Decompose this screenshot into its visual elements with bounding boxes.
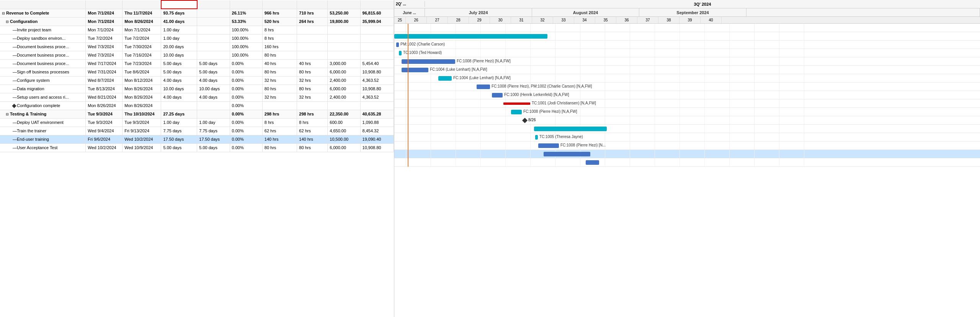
table-row[interactable]: —Data migrationTue 8/13/2024Mon 8/26/202… [0, 85, 394, 93]
col-header-start[interactable] [86, 0, 122, 9]
task-finish: Tue 7/16/2024 [122, 51, 161, 59]
month-august: August 2024 [532, 8, 639, 17]
task-remaining-duration: 7.75 days [197, 127, 230, 135]
table-row[interactable]: ⊟ConfigurationMon 7/1/2024Mon 8/26/20244… [0, 17, 394, 26]
gantt-quarter-row: 2Q' ... 3Q' 2024 [394, 0, 980, 8]
task-sales: 1,090.88 [360, 118, 394, 127]
task-pct: 0.00% [230, 143, 262, 152]
table-row[interactable]: —Invite project teamMon 7/1/2024Mon 7/1/… [0, 26, 394, 34]
task-start: Tue 9/3/2024 [86, 118, 122, 127]
task-remaining-work [297, 26, 328, 34]
col-header-title[interactable] [0, 0, 86, 9]
task-cost: 3,000.00 [328, 59, 360, 68]
task-remaining-work: 62 hrs [297, 127, 328, 135]
today-indicator [408, 24, 408, 167]
table-row[interactable]: ⊟Testing & TrainingTue 9/3/2024Thu 10/10… [0, 110, 394, 118]
table-row[interactable]: —Sign off business processesWed 7/31/202… [0, 68, 394, 76]
task-cost: 6,000.00 [328, 143, 360, 152]
gantt-body: PM:1002 (Charlie Carson)TC:1003 (Ted How… [394, 24, 980, 167]
task-duration: 1.00 day [161, 118, 197, 127]
task-sales: 4,363.52 [360, 93, 394, 101]
col-header-finish[interactable] [122, 0, 161, 9]
task-cost: 6,000.00 [328, 68, 360, 76]
gantt-bar [503, 102, 530, 105]
task-start: Mon 7/1/2024 [86, 26, 122, 34]
gantt-bar [586, 160, 599, 165]
table-row[interactable]: —Document business proce...Wed 7/3/2024T… [0, 42, 394, 51]
col-header-pct-completed[interactable] [230, 0, 262, 9]
task-sales [360, 26, 394, 34]
task-title: —Data migration [0, 85, 86, 93]
task-remaining-duration [197, 26, 230, 34]
task-pct: 0.00% [230, 76, 262, 85]
task-remaining-work: 40 hrs [297, 59, 328, 68]
task-sales [360, 42, 394, 51]
col-header-remaining-work[interactable] [297, 0, 328, 9]
task-remaining-work: 298 hrs [297, 110, 328, 118]
task-duration: 10.00 days [161, 51, 197, 59]
week-num: 27 [427, 17, 448, 23]
task-title: —Sign off business processes [0, 68, 86, 76]
task-remaining-duration: 4.00 days [197, 93, 230, 101]
task-finish: Wed 10/9/2024 [122, 143, 161, 152]
task-title: —Setup users and access ri... [0, 93, 86, 101]
gantt-row: PM:1002 (Charlie Carson) [394, 41, 980, 49]
task-title: —User Acceptance Test [0, 143, 86, 152]
col-header-sales-amount[interactable] [360, 0, 394, 9]
task-title: ⊟Revenue to Complete [0, 9, 86, 17]
task-sales: 5,454.40 [360, 59, 394, 68]
col-header-remaining-duration[interactable] [197, 0, 230, 9]
task-remaining-work: 8 hrs [297, 118, 328, 127]
task-remaining-duration: 1.00 day [197, 118, 230, 127]
task-sales: 19,090.40 [360, 135, 394, 143]
table-row[interactable]: —Configure systemWed 8/7/2024Mon 8/12/20… [0, 76, 394, 85]
task-pct: 0.00% [230, 118, 262, 127]
gantt-row [394, 125, 980, 133]
task-title: —Train the trainer [0, 127, 86, 135]
task-start: Mon 7/1/2024 [86, 17, 122, 26]
table-row[interactable]: —End-user trainingFri 9/6/2024Wed 10/2/2… [0, 135, 394, 143]
task-sales [360, 34, 394, 42]
table-row[interactable]: —User Acceptance TestWed 10/2/2024Wed 10… [0, 143, 394, 152]
week-num: 33 [553, 17, 574, 23]
task-duration: 10.00 days [161, 85, 197, 93]
task-remaining-work: 80 hrs [297, 143, 328, 152]
task-work-estimate: 140 hrs [262, 135, 297, 143]
table-row[interactable]: ⊟Revenue to CompleteMon 7/1/2024Thu 11/7… [0, 9, 394, 17]
col-header-cost-amount[interactable] [328, 0, 360, 9]
task-pct: 100.00% [230, 34, 262, 42]
table-row[interactable]: —Deploy UAT environmentTue 9/3/2024Tue 9… [0, 118, 394, 127]
month-june: June ... [394, 8, 425, 17]
col-header-work-estimate[interactable] [262, 0, 297, 9]
table-row[interactable]: —Document business proce...Wed 7/17/2024… [0, 59, 394, 68]
task-pct: 0.00% [230, 101, 262, 110]
task-remaining-duration [197, 51, 230, 59]
task-cost: 2,400.00 [328, 93, 360, 101]
quarter-2q-label: 2Q' ... [394, 1, 425, 7]
gantt-row [394, 150, 980, 158]
col-header-duration[interactable] [161, 0, 197, 9]
table-row[interactable]: Configuration completeMon 8/26/2024Mon 8… [0, 101, 394, 110]
task-finish: Tue 7/30/2024 [122, 42, 161, 51]
week-num: 28 [448, 17, 469, 23]
task-sales [360, 51, 394, 59]
gantt-chart: 2Q' ... 3Q' 2024 June ... July 2024 Augu… [394, 0, 980, 317]
table-row[interactable]: —Train the trainerWed 9/4/2024Fri 9/13/2… [0, 127, 394, 135]
table-row[interactable]: —Deploy sandbox environ...Tue 7/2/2024Tu… [0, 34, 394, 42]
task-cost [328, 26, 360, 34]
gantt-row: 8/26 [394, 116, 980, 125]
task-title: —Deploy UAT environment [0, 118, 86, 127]
task-work-estimate: 160 hrs [262, 42, 297, 51]
task-work-estimate: 80 hrs [262, 51, 297, 59]
month-more [746, 8, 980, 17]
week-num: 29 [469, 17, 490, 23]
task-work-estimate: 80 hrs [262, 68, 297, 76]
task-title: —Deploy sandbox environ... [0, 34, 86, 42]
table-row[interactable]: —Document business proce...Wed 7/3/2024T… [0, 51, 394, 59]
gantt-row: FC:1004 (Luke Lenhart) [N,A,FW] [394, 66, 980, 74]
gantt-bar [438, 76, 452, 81]
task-remaining-duration: 5.00 days [197, 59, 230, 68]
table-row[interactable]: —Setup users and access ri...Wed 8/21/20… [0, 93, 394, 101]
task-remaining-work: 80 hrs [297, 85, 328, 93]
task-finish: Mon 8/26/2024 [122, 17, 161, 26]
